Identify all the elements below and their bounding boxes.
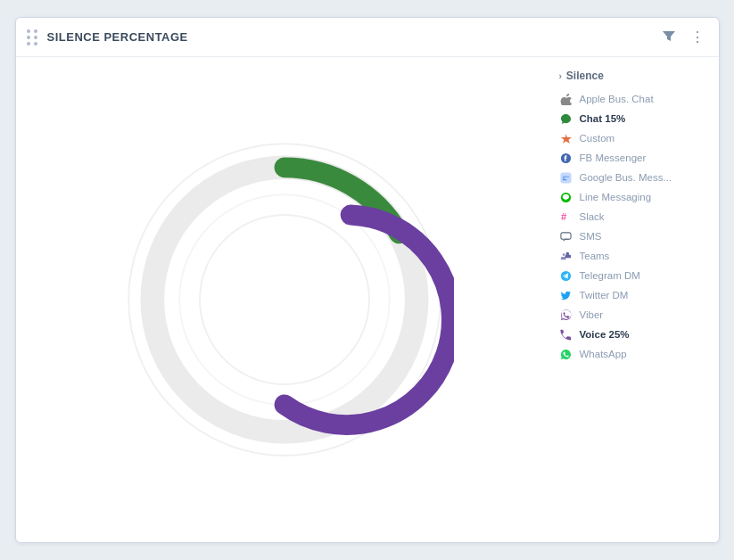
svg-text:#: #: [561, 211, 567, 222]
legend-item-label-teams: Teams: [580, 251, 610, 261]
svg-rect-8: [561, 232, 571, 238]
line-icon: [559, 190, 573, 204]
sms-icon: [559, 229, 573, 243]
legend-item-label-apple-bus-chat: Apple Bus. Chat: [580, 94, 654, 104]
viber-icon: [559, 308, 573, 322]
chat-icon: [559, 111, 573, 126]
fb-icon: [559, 151, 573, 165]
legend-item-label-telegram-dm: Telegram DM: [580, 270, 640, 281]
svg-point-10: [563, 253, 565, 256]
card-body: › Silence Apple Bus. ChatChat 15%CustomF…: [16, 57, 719, 542]
legend-item-chat[interactable]: Chat 15%: [559, 109, 706, 128]
legend-item-viber[interactable]: Viber: [559, 305, 706, 325]
legend-item-label-fb-messenger: FB Messenger: [580, 152, 647, 163]
legend-area: › Silence Apple Bus. ChatChat 15%CustomF…: [554, 57, 719, 542]
telegram-icon: [559, 268, 573, 283]
legend-item-label-sms: SMS: [580, 231, 602, 242]
legend-items-container: Apple Bus. ChatChat 15%CustomFB Messenge…: [559, 89, 706, 364]
more-options-button[interactable]: ⋮: [689, 29, 706, 46]
custom-icon: [559, 131, 573, 145]
legend-header: › Silence: [559, 70, 706, 82]
svg-rect-5: [561, 172, 571, 182]
legend-item-line-messaging[interactable]: Line Messaging: [559, 187, 706, 207]
twitter-icon: [559, 288, 573, 302]
card-header: SILENCE PERCENTAGE ⋮: [16, 18, 719, 57]
header-left: SILENCE PERCENTAGE: [25, 28, 188, 47]
legend-item-label-whatsapp: WhatsApp: [580, 349, 627, 359]
chart-area: [16, 57, 554, 542]
legend-item-label-chat: Chat 15%: [580, 113, 626, 124]
legend-item-telegram-dm[interactable]: Telegram DM: [559, 266, 706, 285]
legend-item-voice[interactable]: Voice 25%: [559, 325, 706, 344]
legend-item-label-slack: Slack: [580, 211, 605, 222]
legend-item-google-bus-mess[interactable]: Google Bus. Mess...: [559, 168, 706, 187]
legend-item-teams[interactable]: Teams: [559, 246, 706, 266]
card-title: SILENCE PERCENTAGE: [47, 30, 188, 44]
legend-item-custom[interactable]: Custom: [559, 128, 706, 148]
drag-handle-icon: [25, 28, 40, 47]
chevron-icon: ›: [559, 71, 562, 81]
legend-item-sms[interactable]: SMS: [559, 226, 706, 246]
filter-button[interactable]: [660, 27, 678, 47]
legend-item-label-google-bus-mess: Google Bus. Mess...: [580, 172, 672, 183]
donut-chart: [115, 130, 454, 469]
legend-item-twitter-dm[interactable]: Twitter DM: [559, 285, 706, 305]
whatsapp-icon: [559, 347, 573, 361]
apple-icon: [559, 92, 573, 106]
teams-icon: [559, 249, 573, 263]
legend-title: Silence: [566, 70, 604, 82]
legend-item-label-line-messaging: Line Messaging: [580, 192, 652, 202]
legend-item-whatsapp[interactable]: WhatsApp: [559, 344, 706, 364]
legend-item-label-viber: Viber: [580, 309, 604, 320]
svg-point-3: [200, 215, 369, 384]
legend-item-apple-bus-chat[interactable]: Apple Bus. Chat: [559, 89, 706, 109]
slack-icon: #: [559, 210, 573, 224]
header-right: ⋮: [660, 27, 706, 47]
silence-percentage-card: SILENCE PERCENTAGE ⋮: [15, 17, 720, 543]
legend-item-fb-messenger[interactable]: FB Messenger: [559, 148, 706, 168]
legend-item-label-voice: Voice 25%: [580, 329, 630, 340]
svg-point-2: [179, 194, 390, 405]
legend-item-slack[interactable]: #Slack: [559, 207, 706, 226]
google-icon: [559, 170, 573, 185]
legend-item-label-twitter-dm: Twitter DM: [580, 290, 629, 301]
voice-icon: [559, 327, 573, 342]
legend-item-label-custom: Custom: [580, 133, 615, 144]
